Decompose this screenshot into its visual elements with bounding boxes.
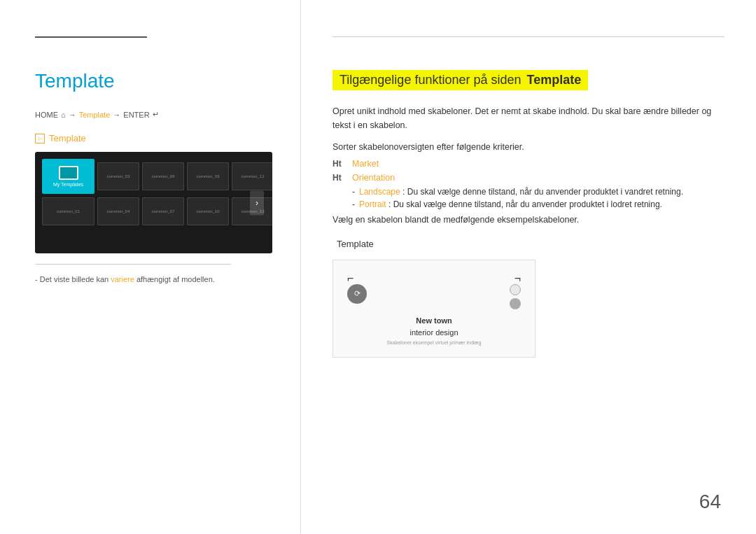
right-label-text: Template <box>337 239 374 249</box>
divider-line <box>35 264 231 265</box>
landscape-link[interactable]: Landscape <box>359 187 400 197</box>
template-preview: My Templates common_03 common_06 common_… <box>35 152 272 253</box>
grid-row-1: My Templates common_03 common_06 common_… <box>42 159 265 194</box>
left-panel: Template HOME ⌂ → Template → ENTER ↵ Tem… <box>0 0 301 534</box>
common-thumb-06[interactable]: common_06 <box>142 162 184 190</box>
bracket-tr: ¬ <box>514 273 521 284</box>
sub-dash-2: - <box>352 199 355 209</box>
ht-value-market: Market <box>352 159 379 169</box>
note-suffix: afhængigt af modellen. <box>136 275 215 283</box>
breadcrumb-template[interactable]: Template <box>79 111 111 119</box>
breadcrumb-home: HOME <box>35 111 58 119</box>
right-panel: Tilgængelige funktioner på siden Templat… <box>301 0 756 534</box>
sub-items: - Landscape : Du skal vælge denne tilsta… <box>352 187 724 209</box>
enter-icon: ↵ <box>153 110 159 119</box>
grid-row-2: common_01 common_04 common_07 common_10 … <box>42 197 265 225</box>
card-small-text: Skabeloner eksempel virtuel primær indlæ… <box>386 340 481 345</box>
breadcrumb-arrow1: → <box>69 111 76 119</box>
play-icon-circle[interactable]: ⟳ <box>347 284 367 304</box>
home-icon: ⌂ <box>61 111 66 119</box>
description-text: Opret unikt indhold med skabeloner. Det … <box>332 104 724 132</box>
sub-item-landscape: - Landscape : Du skal vælge denne tilsta… <box>352 187 724 197</box>
ht-label-orientation: Ht <box>332 173 346 183</box>
ht-value-orientation: Orientation <box>352 173 395 183</box>
my-templates-label: My Templates <box>53 182 83 187</box>
common-thumb-09[interactable]: common_09 <box>187 162 229 190</box>
common-thumb-01[interactable]: common_01 <box>42 197 94 225</box>
top-line-right <box>332 36 724 37</box>
feature-title-highlight: Template <box>527 73 582 87</box>
note-dash: - <box>35 275 40 283</box>
card-town-text: New town <box>416 316 451 325</box>
sub-item-portrait-content: Portrait : Du skal vælge denne tilstand,… <box>359 199 662 209</box>
template-card-preview: ⌐ ¬ ⟳ New town interior design Skabelone… <box>332 260 536 358</box>
ht-item-orientation: Ht Orientation <box>332 173 724 183</box>
sort-text: Sorter skabelonoversigten efter følgende… <box>332 142 724 152</box>
page-title: Template <box>35 70 272 92</box>
common-thumb-03[interactable]: common_03 <box>97 162 139 190</box>
page-number: 64 <box>699 491 721 513</box>
sub-item-portrait: - Portrait : Du skal vælge denne tilstan… <box>352 199 724 209</box>
landscape-text: : Du skal vælge denne tilstand, når du a… <box>402 187 683 197</box>
nav-arrow-right[interactable]: › <box>250 190 264 215</box>
small-circle-1 <box>510 284 521 295</box>
template-icon-left <box>35 134 45 143</box>
portrait-text: : Du skal vælge denne tilstand, når du a… <box>388 199 662 209</box>
feature-title-box: Tilgængelige funktioner på siden Templat… <box>332 70 588 90</box>
common-thumb-04[interactable]: common_04 <box>97 197 139 225</box>
small-circle-2 <box>510 298 521 309</box>
common-thumb-10[interactable]: common_10 <box>187 197 229 225</box>
card-top-row: ⌐ ¬ <box>340 273 528 284</box>
breadcrumb: HOME ⌂ → Template → ENTER ↵ <box>35 110 272 119</box>
choose-text: Vælg en skabelon blandt de medfølgende e… <box>332 215 724 225</box>
monitor-icon <box>59 166 78 180</box>
right-section-label: Template <box>332 239 724 249</box>
template-grid: My Templates common_03 common_06 common_… <box>42 159 265 225</box>
card-interior-text: interior design <box>410 328 458 337</box>
my-templates-thumb[interactable]: My Templates <box>42 159 94 194</box>
common-thumb-12[interactable]: common_12 <box>232 162 272 190</box>
vary-link[interactable]: variere <box>111 275 134 283</box>
bracket-tl: ⌐ <box>347 273 354 284</box>
feature-title-text: Tilgængelige funktioner på siden <box>340 73 522 87</box>
note-main: Det viste billede kan <box>40 275 108 283</box>
top-line-left <box>35 36 147 38</box>
page-container: Template HOME ⌂ → Template → ENTER ↵ Tem… <box>0 0 756 534</box>
sub-dash-1: - <box>352 187 355 197</box>
card-middle: ⟳ <box>340 284 528 309</box>
breadcrumb-enter: ENTER <box>123 111 149 119</box>
card-content: ⌐ ¬ ⟳ New town interior design Skabelone… <box>333 266 535 352</box>
right-icons <box>510 284 521 309</box>
breadcrumb-arrow2: → <box>113 111 120 119</box>
left-section-label: Template <box>35 133 272 143</box>
portrait-link[interactable]: Portrait <box>359 199 386 209</box>
ht-label-market: Ht <box>332 159 346 169</box>
left-label-text: Template <box>49 133 86 143</box>
note-text: - Det viste billede kan variere afhængig… <box>35 275 272 283</box>
sub-item-landscape-content: Landscape : Du skal vælge denne tilstand… <box>359 187 683 197</box>
ht-item-market: Ht Market <box>332 159 724 169</box>
common-thumb-07[interactable]: common_07 <box>142 197 184 225</box>
